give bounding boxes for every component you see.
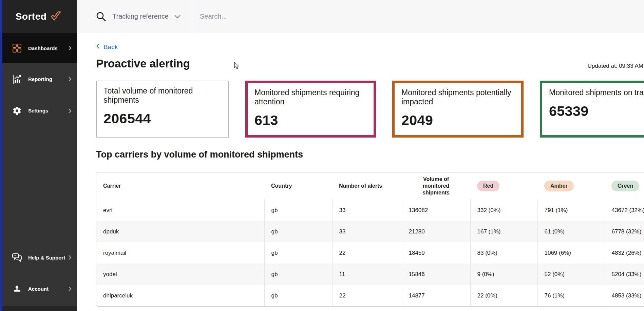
cell-country: gb [264, 200, 332, 221]
column-header-amber[interactable]: Amber [537, 172, 605, 200]
chevron-down-icon[interactable] [174, 15, 181, 19]
cell-green: 5204 (33%) [605, 264, 644, 285]
kpi-card-requiring-attention: Monitored shipments requiring attention … [245, 81, 376, 138]
cell-volume: 136082 [402, 200, 470, 221]
search-input[interactable] [200, 0, 607, 33]
search-divider [192, 0, 192, 33]
cell-carrier: dhlparceluk [96, 285, 264, 306]
sidebar-item-account[interactable]: Account [0, 273, 77, 304]
cell-volume: 15846 [402, 264, 470, 285]
sidebar-item-reporting[interactable]: Reporting [0, 63, 77, 95]
main-content: Back Proactive alerting Updated at: 09:3… [77, 33, 644, 311]
cell-alerts: 33 [332, 221, 402, 242]
chevron-left-icon [96, 43, 100, 51]
table-row[interactable]: evri gb 33 136082 332 (0%) 791 (1%) 4367… [96, 200, 644, 221]
kpi-card-total-volume: Total volume of monitored shipments 2065… [96, 81, 229, 138]
cell-red: 83 (0%) [470, 242, 537, 264]
chat-icon [12, 253, 22, 262]
person-icon [12, 284, 22, 293]
search-category-dropdown[interactable]: Tracking reference [112, 13, 169, 20]
chart-icon [12, 74, 22, 84]
amber-status-badge: Amber [544, 181, 574, 191]
column-header-volume[interactable]: Volume of monitored shipments [402, 172, 470, 200]
updated-at-timestamp: Updated at: 09:33 AM [588, 63, 643, 69]
column-header-carrier[interactable]: Carrier [96, 172, 264, 200]
cell-country: gb [264, 285, 332, 306]
cell-amber: 61 (0%) [537, 221, 605, 242]
cell-country: gb [264, 221, 332, 242]
search-icon [96, 12, 106, 22]
kpi-label: Monitored shipments potentially impacted [401, 88, 513, 106]
cell-amber: 1069 (6%) [537, 242, 605, 264]
sidebar-item-label: Help & Support [28, 255, 65, 261]
chevron-right-icon [68, 255, 72, 260]
cell-red: 9 (0%) [470, 264, 537, 285]
sidebar-bottom-strip [0, 306, 77, 311]
kpi-value: 65339 [549, 103, 644, 119]
cell-green: 43672 (32%) [605, 200, 644, 221]
table-row[interactable]: royalmail gb 22 18459 83 (0%) 1069 (6%) … [96, 242, 644, 264]
top-search-bar: Tracking reference [77, 0, 644, 33]
cell-carrier: royalmail [96, 242, 264, 264]
chevron-right-icon [68, 45, 72, 51]
column-header-red[interactable]: Red [470, 172, 537, 200]
cell-red: 332 (0%) [470, 200, 537, 221]
table-row[interactable]: yodel gb 11 15846 9 (0%) 52 (0%) 5204 (3… [96, 264, 644, 285]
column-header-alerts[interactable]: Number of alerts [332, 172, 402, 200]
red-status-badge: Red [477, 181, 499, 191]
cell-alerts: 22 [332, 242, 402, 264]
column-header-country[interactable]: Country [264, 172, 332, 200]
cell-amber: 791 (1%) [537, 200, 605, 221]
carriers-table: Carrier Country Number of alerts Volume … [96, 172, 644, 307]
cell-alerts: 33 [332, 200, 402, 221]
kpi-value: 613 [254, 112, 367, 128]
kpi-card-potentially-impacted: Monitored shipments potentially impacted… [392, 81, 524, 138]
brand-name: Sorted [16, 11, 47, 22]
cell-carrier: dpduk [96, 221, 264, 242]
grid-icon [12, 43, 22, 53]
kpi-label: Monitored shipments on track [549, 88, 644, 97]
green-status-badge: Green [611, 181, 639, 191]
cell-volume: 18459 [402, 242, 470, 264]
cell-volume: 14877 [402, 285, 470, 306]
brand-logo[interactable]: Sorted [0, 0, 77, 33]
sidebar-item-label: Account [28, 286, 49, 292]
sidebar: Sorted Dashboards [0, 0, 77, 311]
kpi-label: Total volume of monitored shipments [103, 86, 215, 105]
cell-green: 4832 (26%) [605, 242, 644, 264]
sidebar-item-settings[interactable]: Settings [0, 95, 77, 126]
sidebar-item-label: Dashboards [28, 45, 58, 51]
sidebar-item-dashboards[interactable]: Dashboards [0, 33, 77, 63]
page-title: Proactive alerting [96, 57, 190, 70]
kpi-value: 206544 [103, 111, 222, 127]
cell-green: 4853 (33%) [605, 285, 644, 306]
cell-carrier: yodel [96, 264, 264, 285]
chevron-right-icon [68, 286, 72, 291]
table-header-row: Carrier Country Number of alerts Volume … [96, 172, 644, 200]
kpi-label: Monitored shipments requiring attention [254, 88, 366, 106]
window-edge-strip [0, 0, 2, 311]
cell-volume: 21280 [402, 221, 470, 242]
sidebar-item-help-support[interactable]: Help & Support [0, 242, 77, 273]
sidebar-item-label: Reporting [28, 76, 52, 82]
table-row[interactable]: dpduk gb 33 21280 167 (1%) 61 (0%) 6778 … [96, 221, 644, 242]
cell-carrier: evri [96, 200, 264, 221]
back-button[interactable]: Back [96, 43, 118, 51]
cell-amber: 76 (1%) [537, 285, 605, 306]
cell-red: 22 (0%) [470, 285, 537, 306]
column-header-green[interactable]: Green [605, 172, 644, 200]
cell-alerts: 22 [332, 285, 402, 306]
kpi-cards: Total volume of monitored shipments 2065… [96, 81, 644, 138]
table-section-title: Top carriers by volume of monitored ship… [96, 149, 303, 160]
sidebar-item-label: Settings [28, 108, 48, 113]
cell-amber: 52 (0%) [537, 264, 605, 285]
cell-red: 167 (1%) [470, 221, 537, 242]
table-row[interactable]: dhlparceluk gb 22 14877 22 (0%) 76 (1%) … [96, 285, 644, 306]
kpi-value: 2049 [401, 112, 514, 128]
cell-country: gb [264, 242, 332, 264]
cell-country: gb [264, 264, 332, 285]
kpi-card-on-track: Monitored shipments on track 65339 [540, 81, 644, 138]
gear-icon [12, 106, 22, 116]
checkmark-logo-icon [50, 11, 61, 22]
chevron-right-icon [68, 108, 72, 113]
